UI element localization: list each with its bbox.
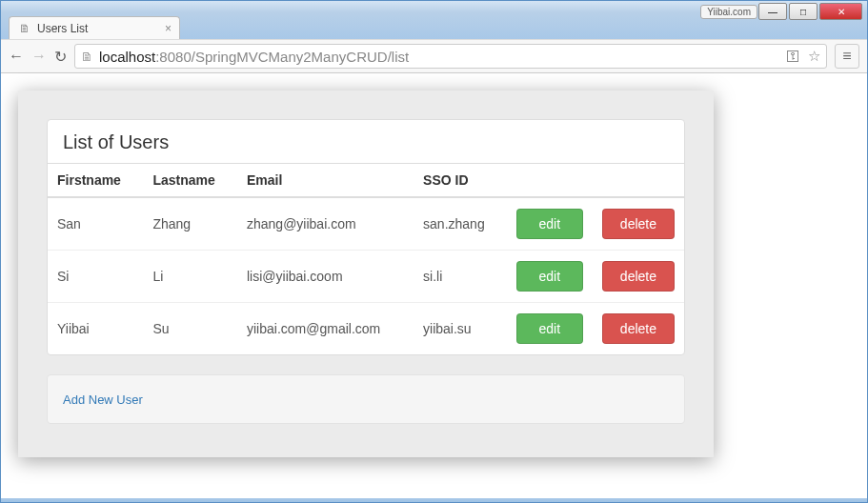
edit-button[interactable]: edit: [516, 261, 583, 292]
delete-button[interactable]: delete: [602, 261, 675, 292]
delete-button[interactable]: delete: [602, 209, 675, 239]
table-header-row: Firstname Lastname Email SSO ID: [48, 164, 684, 198]
browser-tab[interactable]: 🗎 Users List ×: [9, 16, 180, 39]
site-badge: Yiibai.com: [700, 5, 757, 19]
tab-title: Users List: [37, 22, 88, 35]
menu-button[interactable]: ≡: [835, 44, 859, 69]
browser-toolbar: ← → ↻ 🗎 localhost :8080/SpringMVCMany2Ma…: [1, 39, 867, 73]
cell-email: zhang@yiibai.com: [237, 197, 414, 251]
url-host: localhost: [99, 49, 155, 65]
maximize-button[interactable]: □: [789, 3, 818, 20]
reload-button[interactable]: ↻: [54, 48, 67, 66]
cell-sso: san.zhang: [414, 197, 507, 251]
cell-lastname: Su: [143, 303, 237, 355]
window-controls: — □ ✕: [757, 3, 862, 20]
cell-email: yiibai.com@gmail.com: [237, 303, 414, 355]
cell-firstname: San: [48, 197, 143, 251]
edit-button[interactable]: edit: [516, 209, 583, 239]
window-titlebar: Yiibai.com — □ ✕: [1, 1, 867, 12]
cell-lastname: Li: [143, 251, 237, 303]
page-icon: 🗎: [19, 22, 30, 35]
page-container: List of Users Firstname Lastname Email S…: [18, 91, 714, 457]
cell-firstname: Yiibai: [48, 303, 143, 355]
add-user-well: Add New User: [47, 374, 685, 424]
col-delete: [593, 164, 684, 198]
document-icon: 🗎: [81, 50, 93, 64]
table-row: SiLilisi@yiibai.coomsi.lieditdelete: [48, 251, 684, 303]
forward-button[interactable]: →: [31, 48, 47, 65]
cell-firstname: Si: [48, 251, 143, 303]
window-bottom-frame: [1, 498, 867, 503]
add-user-link[interactable]: Add New User: [63, 392, 143, 407]
close-window-button[interactable]: ✕: [819, 3, 862, 20]
delete-button[interactable]: delete: [602, 313, 675, 344]
star-icon[interactable]: ☆: [808, 48, 820, 65]
address-bar[interactable]: 🗎 localhost :8080/SpringMVCMany2ManyCRUD…: [74, 44, 827, 69]
page-title: List of Users: [48, 120, 684, 163]
edit-button[interactable]: edit: [516, 313, 583, 344]
users-table: Firstname Lastname Email SSO ID SanZhang…: [48, 163, 684, 354]
table-row: YiibaiSuyiibai.com@gmail.comyiibai.suedi…: [48, 303, 684, 355]
col-edit: [507, 164, 593, 198]
cell-email: lisi@yiibai.coom: [237, 251, 414, 303]
back-button[interactable]: ←: [9, 48, 24, 65]
cell-sso: si.li: [414, 251, 507, 303]
cell-sso: yiibai.su: [414, 303, 507, 355]
minimize-button[interactable]: —: [758, 3, 787, 20]
key-icon[interactable]: ⚿: [786, 48, 800, 65]
url-path: :8080/SpringMVCMany2ManyCRUD/list: [155, 49, 409, 65]
col-firstname: Firstname: [48, 164, 143, 198]
col-lastname: Lastname: [143, 164, 237, 198]
cell-lastname: Zhang: [143, 197, 237, 251]
col-sso: SSO ID: [414, 164, 507, 198]
page-viewport: List of Users Firstname Lastname Email S…: [1, 73, 867, 498]
table-row: SanZhangzhang@yiibai.comsan.zhangeditdel…: [48, 197, 684, 251]
close-tab-icon[interactable]: ×: [165, 22, 172, 35]
users-panel: List of Users Firstname Lastname Email S…: [47, 119, 685, 355]
col-email: Email: [237, 164, 414, 198]
